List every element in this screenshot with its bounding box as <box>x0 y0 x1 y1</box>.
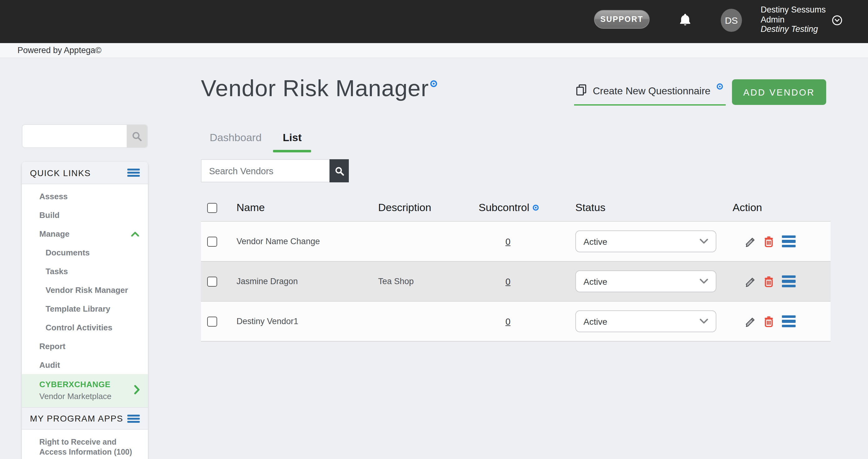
row-checkbox[interactable] <box>207 316 217 326</box>
user-info[interactable]: Destiny Sessums Admin Destiny Testing <box>761 5 826 34</box>
sidebar: QUICK LINKS Assess Build Manage Document… <box>22 162 148 459</box>
program-apps-menu-icon[interactable] <box>127 414 140 423</box>
sidebar-item-tasks[interactable]: Tasks <box>22 262 148 280</box>
tabs: Dashboard List <box>210 131 302 144</box>
chevron-down-icon <box>700 318 708 324</box>
row-menu-icon[interactable] <box>782 235 796 247</box>
sidebar-item-right-to-receive[interactable]: Right to Receive and Access Information … <box>22 430 148 459</box>
vendor-name: Jasmine Dragon <box>226 277 368 286</box>
search-icon <box>334 166 344 176</box>
sidebar-item-audit[interactable]: Audit <box>22 355 148 374</box>
sidebar-item-build[interactable]: Build <box>22 205 148 224</box>
search-icon <box>132 131 142 141</box>
row-actions <box>722 235 831 247</box>
create-new-questionnaire-link[interactable]: Create New Questionnaire <box>574 84 725 106</box>
header-name: Name <box>226 201 368 214</box>
sidebar-item-control-activities[interactable]: Control Activities <box>22 318 148 337</box>
row-checkbox[interactable] <box>207 236 217 246</box>
main-content: Vendor Risk Manager Create New Questionn… <box>201 70 831 459</box>
chevron-down-icon <box>700 238 708 244</box>
copy-document-icon <box>575 84 587 99</box>
delete-trash-icon[interactable] <box>764 276 774 287</box>
vendor-search <box>201 159 349 182</box>
powered-by-strip: Powered by Apptega© <box>0 43 868 58</box>
row-actions <box>722 276 831 287</box>
row-actions <box>722 315 831 327</box>
walkthrough-target-icon[interactable] <box>533 201 539 214</box>
delete-trash-icon[interactable] <box>764 236 774 247</box>
sidebar-item-assess[interactable]: Assess <box>22 187 148 205</box>
delete-trash-icon[interactable] <box>764 316 774 327</box>
vendor-name: Destiny Vendor1 <box>226 317 368 326</box>
sidebar-search-input[interactable] <box>23 125 127 147</box>
status-dropdown[interactable]: Active <box>575 270 716 292</box>
user-name: Destiny Sessums <box>761 5 826 15</box>
vendor-search-input[interactable] <box>201 159 330 182</box>
edit-pencil-icon[interactable] <box>744 236 756 247</box>
select-all-checkbox[interactable] <box>207 203 217 213</box>
user-menu-chevron-down-icon[interactable] <box>832 15 842 26</box>
row-menu-icon[interactable] <box>782 315 796 327</box>
notifications-bell-icon[interactable] <box>679 12 691 27</box>
page-title: Vendor Risk Manager <box>201 75 438 103</box>
sidebar-item-cyberxchange[interactable]: CYBERXCHANGE Vendor Marketplace <box>22 374 148 407</box>
sidebar-search <box>22 124 148 148</box>
vendor-search-button[interactable] <box>330 159 349 182</box>
add-vendor-button[interactable]: ADD VENDOR <box>732 79 826 105</box>
subcontrol-count-link[interactable]: 0 <box>505 316 510 326</box>
header-status: Status <box>565 201 722 214</box>
chevron-down-icon <box>700 279 708 284</box>
table-row: Vendor Name Change 0 Active <box>201 222 831 262</box>
row-menu-icon[interactable] <box>782 276 796 287</box>
program-apps-title: MY PROGRAM APPS <box>30 413 123 423</box>
status-dropdown[interactable]: Active <box>575 310 716 332</box>
cyberxchange-subtitle: Vendor Marketplace <box>39 391 139 402</box>
sidebar-item-template-library[interactable]: Template Library <box>22 299 148 318</box>
walkthrough-target-icon[interactable] <box>716 81 723 92</box>
walkthrough-target-icon[interactable] <box>430 66 438 94</box>
chevron-up-icon <box>131 229 139 238</box>
sidebar-item-vendor-risk-manager[interactable]: Vendor Risk Manager <box>22 280 148 299</box>
sidebar-item-report[interactable]: Report <box>22 337 148 355</box>
cyberxchange-title: CYBERXCHANGE <box>39 379 139 390</box>
user-avatar[interactable]: DS <box>721 9 742 32</box>
status-dropdown[interactable]: Active <box>575 230 716 252</box>
row-checkbox[interactable] <box>207 276 217 286</box>
program-apps-header: MY PROGRAM APPS <box>22 407 148 430</box>
header-description: Description <box>368 201 468 214</box>
sidebar-item-manage[interactable]: Manage <box>22 224 148 243</box>
user-organization: Destiny Testing <box>761 24 826 34</box>
subcontrol-count-link[interactable]: 0 <box>505 236 510 246</box>
edit-pencil-icon[interactable] <box>744 276 756 287</box>
header-action: Action <box>722 201 831 214</box>
sidebar-search-button[interactable] <box>127 125 147 147</box>
quick-links-header: QUICK LINKS <box>22 162 148 184</box>
quick-links-title: QUICK LINKS <box>30 168 91 178</box>
tab-dashboard[interactable]: Dashboard <box>210 131 261 144</box>
tab-list[interactable]: List <box>283 131 301 144</box>
subcontrol-count-link[interactable]: 0 <box>505 276 510 286</box>
table-row: Jasmine Dragon Tea Shop 0 Active <box>201 262 831 302</box>
table-header-row: Name Description Subcontrol Status Actio… <box>201 194 831 222</box>
header-subcontrol: Subcontrol <box>468 201 565 214</box>
support-button[interactable]: SUPPORT <box>594 10 650 29</box>
table-row: Destiny Vendor1 0 Active <box>201 302 831 342</box>
app-viewport: SUPPORT DS Destiny Sessums Admin Destiny… <box>0 0 868 459</box>
vendor-description: Tea Shop <box>368 277 468 286</box>
top-navigation-bar: SUPPORT DS Destiny Sessums Admin Destiny… <box>0 0 868 43</box>
user-role: Admin <box>761 15 826 24</box>
quick-links-menu-icon[interactable] <box>127 169 140 177</box>
create-new-questionnaire-label: Create New Questionnaire <box>593 86 710 97</box>
chevron-right-icon <box>134 385 140 397</box>
vendor-table: Name Description Subcontrol Status Actio… <box>201 194 831 342</box>
sidebar-item-documents[interactable]: Documents <box>22 243 148 262</box>
quick-links-menu: Assess Build Manage Documents Tasks Vend… <box>22 184 148 374</box>
vendor-name: Vendor Name Change <box>226 237 368 246</box>
edit-pencil-icon[interactable] <box>744 316 756 327</box>
powered-by-text: Powered by Apptega© <box>18 46 101 55</box>
